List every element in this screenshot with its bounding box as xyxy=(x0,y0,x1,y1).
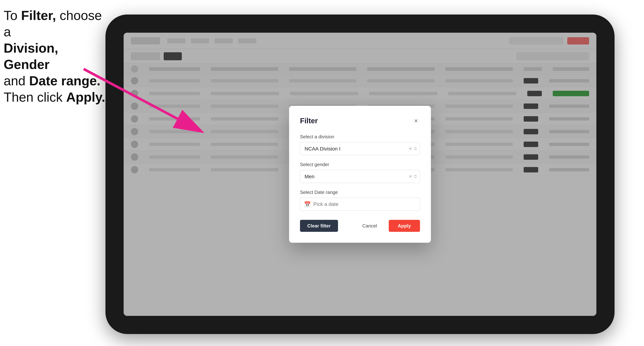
gender-form-group: Select gender Men × xyxy=(300,162,420,183)
modal-overlay: Filter × Select a division NCAA Division… xyxy=(124,33,596,316)
modal-footer-right: Cancel Apply xyxy=(355,220,420,232)
date-input-wrapper: 📅 xyxy=(300,198,420,211)
gender-select[interactable]: Men xyxy=(300,170,420,183)
modal-close-button[interactable]: × xyxy=(412,117,420,125)
division-clear-icon[interactable]: × xyxy=(409,146,412,151)
instruction-text: To Filter, choose a Division, Gender and… xyxy=(4,7,106,105)
clear-filter-button[interactable]: Clear filter xyxy=(300,220,338,232)
tablet-screen: Filter × Select a division NCAA Division… xyxy=(124,33,596,316)
division-select[interactable]: NCAA Division I xyxy=(300,142,420,155)
apply-button[interactable]: Apply xyxy=(389,220,420,232)
calendar-icon: 📅 xyxy=(304,201,311,207)
gender-clear-icon[interactable]: × xyxy=(409,174,412,179)
date-label: Select Date range xyxy=(300,189,420,195)
gender-chevron-icon xyxy=(414,175,417,178)
division-label: Select a division xyxy=(300,134,420,140)
filter-modal: Filter × Select a division NCAA Division… xyxy=(289,106,431,243)
date-input[interactable] xyxy=(300,198,420,211)
gender-label: Select gender xyxy=(300,162,420,167)
tablet-device: Filter × Select a division NCAA Division… xyxy=(106,14,614,334)
modal-header: Filter × xyxy=(300,117,420,125)
division-select-controls: × xyxy=(409,146,417,151)
gender-select-controls: × xyxy=(409,174,417,179)
division-form-group: Select a division NCAA Division I × xyxy=(300,134,420,155)
modal-footer: Clear filter Cancel Apply xyxy=(300,220,420,232)
division-select-wrapper: NCAA Division I × xyxy=(300,142,420,155)
cancel-button[interactable]: Cancel xyxy=(355,220,384,232)
division-chevron-icon xyxy=(414,147,417,150)
date-form-group: Select Date range 📅 xyxy=(300,189,420,211)
gender-select-wrapper: Men × xyxy=(300,170,420,183)
modal-title: Filter xyxy=(300,117,318,125)
